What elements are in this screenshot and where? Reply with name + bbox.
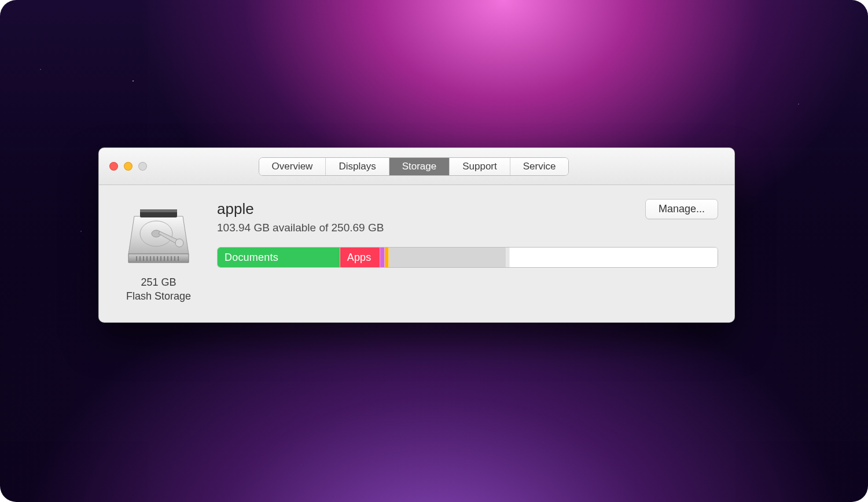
drive-capacity-label: 251 GB [126, 275, 191, 289]
tab-support[interactable]: Support [450, 158, 510, 175]
storage-seg-orange[interactable] [385, 248, 389, 267]
desktop-wallpaper: Overview Displays Storage Support Servic… [0, 0, 868, 502]
storage-seg-free [510, 248, 718, 267]
storage-seg-documents[interactable]: Documents [218, 248, 340, 267]
tab-storage[interactable]: Storage [389, 158, 450, 175]
storage-seg-purple[interactable] [380, 248, 385, 267]
tab-service[interactable]: Service [510, 158, 569, 175]
manage-button[interactable]: Manage... [645, 199, 718, 219]
storage-seg-apps[interactable]: Apps [340, 248, 380, 267]
hard-drive-icon [124, 199, 193, 268]
close-button[interactable] [109, 162, 118, 171]
about-this-mac-window: Overview Displays Storage Support Servic… [98, 147, 735, 323]
disk-available-label: 103.94 GB available of 250.69 GB [217, 222, 384, 234]
drive-column: 251 GB Flash Storage [115, 199, 202, 304]
disk-name: apple [217, 200, 384, 218]
storage-bar: Documents Apps [217, 247, 718, 268]
svg-point-4 [175, 239, 183, 247]
drive-type-label: Flash Storage [126, 289, 191, 303]
minimize-button[interactable] [124, 162, 133, 171]
tab-bar: Overview Displays Storage Support Servic… [259, 157, 569, 176]
zoom-button[interactable] [138, 162, 147, 171]
window-titlebar: Overview Displays Storage Support Servic… [99, 148, 734, 185]
storage-seg-system[interactable] [389, 248, 506, 267]
svg-rect-1 [140, 209, 177, 212]
window-controls [109, 162, 147, 171]
tab-overview[interactable]: Overview [259, 158, 326, 175]
window-body: 251 GB Flash Storage apple 103.94 GB ava… [99, 185, 734, 322]
drive-caption: 251 GB Flash Storage [126, 275, 191, 304]
storage-main: apple 103.94 GB available of 250.69 GB M… [217, 199, 718, 268]
tab-displays[interactable]: Displays [326, 158, 389, 175]
